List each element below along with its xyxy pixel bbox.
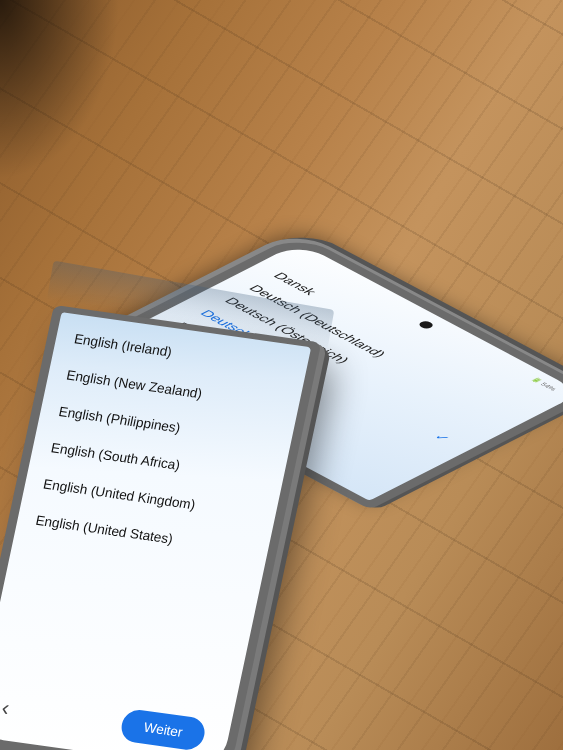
phone-top-half: 🔋 54% Dansk Deutsch (Deutschland) Deutsc… [70,234,563,510]
language-option-english-nz[interactable]: English (New Zealand) [63,357,285,423]
phone-bottom-half: English (Ireland) English (New Zealand) … [0,305,321,750]
language-option-english-in[interactable]: English (India) [93,355,361,497]
language-option-english-ca[interactable]: English (Canada) [118,343,386,485]
shadow-corner [0,0,120,180]
back-button[interactable]: ‹ [0,694,12,721]
language-option-english-gb[interactable]: English (United Kingdom) [40,466,262,532]
language-option-deutsch-at[interactable]: Deutsch (Österreich) [216,293,484,435]
language-option-english-ie[interactable]: English (Ireland) [71,321,293,387]
checkmark-icon: ✓ [430,432,454,444]
navigation-bar: ‹ Weiter [0,682,215,750]
continue-button[interactable]: Weiter [119,708,208,750]
language-option-english-za[interactable]: English (South Africa) [47,429,269,495]
language-option-english-us[interactable]: English (United States) [32,502,254,568]
language-option-eesti[interactable]: Eesti [167,318,435,460]
foldable-phone: 🔋 54% Dansk Deutsch (Deutschland) Deutsc… [20,40,540,740]
battery-indicator: 🔋 54% [529,377,558,392]
language-option-english-au[interactable]: English (Australia) [142,330,410,472]
language-option-deutsch-de[interactable]: Deutsch (Deutschland) [240,280,508,422]
language-option-english-ph[interactable]: English (Philippines) [55,393,277,459]
top-screen: 🔋 54% Dansk Deutsch (Deutschland) Deutsc… [87,242,563,500]
language-option-dansk[interactable]: Dansk [265,268,533,410]
bottom-screen: English (Ireland) English (New Zealand) … [0,312,311,750]
wood-table-background [0,0,563,750]
language-list[interactable]: English (Ireland) English (New Zealand) … [1,321,292,713]
language-option-deutsch-ch[interactable]: Deutsch (Schweiz) ✓ [191,305,459,447]
punch-hole-camera [417,320,436,330]
hinge-shadow [47,261,335,350]
